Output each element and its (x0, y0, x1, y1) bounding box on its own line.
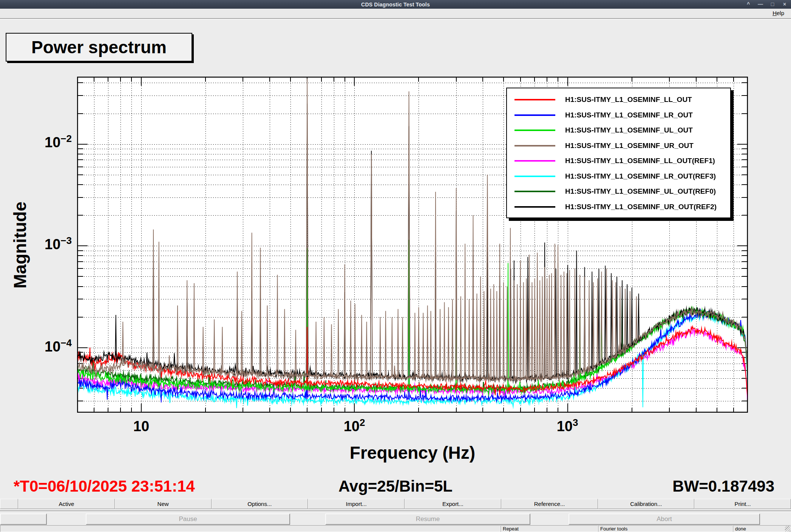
legend-label: H1:SUS-ITMY_L1_OSEMINF_UL_OUT (565, 126, 693, 134)
help-rest: elp (777, 10, 784, 16)
legend-line-ur-out (514, 145, 555, 146)
minimize-icon[interactable]: — (757, 0, 764, 9)
reference-button[interactable]: Reference... (501, 499, 598, 509)
help-accel: H (772, 10, 777, 16)
menu-bar: Help (0, 9, 791, 18)
active-button[interactable]: Active (18, 499, 115, 509)
legend-row: H1:SUS-ITMY_L1_OSEMINF_UR_OUT(REF2) (507, 199, 730, 215)
legend-line-ul-out (514, 130, 555, 131)
divider (0, 510, 791, 512)
legend-row: H1:SUS-ITMY_L1_OSEMINF_LR_OUT(REF3) (507, 169, 730, 184)
x-axis-label: Frequency (Hz) (261, 443, 564, 463)
status-cell-done: done (733, 525, 791, 532)
legend-row: H1:SUS-ITMY_L1_OSEMINF_UL_OUT(REF0) (507, 184, 730, 199)
close-icon[interactable]: × (781, 0, 788, 9)
window-title: CDS Diagnostic Test Tools (361, 2, 430, 8)
legend-line-lr-out (514, 114, 555, 116)
legend-row: H1:SUS-ITMY_L1_OSEMINF_LL_OUT (507, 92, 730, 108)
y-tick-1e-3: 10−3 (29, 235, 72, 253)
spectrum-plot: H1:SUS-ITMY_L1_OSEMINF_LL_OUT H1:SUS-ITM… (77, 77, 748, 413)
y-axis-label: Magnitude (10, 166, 29, 324)
x-tick-100: 102 (328, 417, 381, 435)
control-left-panel (0, 513, 47, 525)
x-tick-1000: 103 (541, 417, 594, 435)
toolbar-stub (0, 499, 18, 509)
export-button[interactable]: Export... (405, 499, 501, 509)
x-tick-10: 10 (115, 417, 168, 435)
status-bar: Repeat Fourier tools done (0, 525, 791, 532)
calibration-button[interactable]: Calibration... (598, 499, 695, 509)
pause-button[interactable]: Pause (86, 513, 290, 525)
plot-title: Power spectrum (31, 37, 167, 57)
title-bar[interactable]: CDS Diagnostic Test Tools ^ — □ × (0, 0, 791, 9)
legend: H1:SUS-ITMY_L1_OSEMINF_LL_OUT H1:SUS-ITM… (506, 88, 731, 218)
divider (0, 18, 791, 20)
shade-icon[interactable]: ^ (745, 0, 752, 9)
plot-title-box: Power spectrum (6, 33, 192, 62)
toolbar: Active New Options... Import... Export..… (0, 499, 791, 509)
cds-diagnostic-window: CDS Diagnostic Test Tools ^ — □ × Help P… (0, 0, 791, 532)
legend-row: H1:SUS-ITMY_L1_OSEMINF_LR_OUT (507, 108, 730, 123)
abort-button[interactable]: Abort (569, 513, 760, 525)
resume-button[interactable]: Resume (325, 513, 530, 525)
legend-label: H1:SUS-ITMY_L1_OSEMINF_LL_OUT (565, 96, 692, 104)
legend-label: H1:SUS-ITMY_L1_OSEMINF_UR_OUT(REF2) (565, 203, 717, 211)
new-button[interactable]: New (115, 499, 212, 509)
legend-label: H1:SUS-ITMY_L1_OSEMINF_LR_OUT(REF3) (565, 172, 716, 180)
y-tick-1e-4: 10−4 (29, 337, 72, 355)
legend-line-lr-ref3 (514, 176, 555, 177)
status-cell-tools: Fourier tools (598, 525, 733, 532)
bandwidth-info: BW=0.187493 (672, 477, 774, 495)
resize-grip[interactable] (785, 526, 791, 532)
legend-line-ll-out (514, 99, 555, 100)
legend-label: H1:SUS-ITMY_L1_OSEMINF_LL_OUT(REF1) (565, 157, 715, 165)
status-cell-repeat: Repeat (501, 525, 598, 532)
legend-row: H1:SUS-ITMY_L1_OSEMINF_UL_OUT (507, 123, 730, 138)
legend-line-ur-ref2 (514, 206, 555, 208)
print-button[interactable]: Print... (694, 499, 791, 509)
status-cell-empty (0, 525, 501, 532)
legend-line-ll-ref1 (514, 160, 555, 162)
import-button[interactable]: Import... (308, 499, 405, 509)
options-button[interactable]: Options... (212, 499, 308, 509)
menu-help[interactable]: Help (772, 10, 784, 16)
legend-label: H1:SUS-ITMY_L1_OSEMINF_LR_OUT (565, 111, 693, 119)
legend-label: H1:SUS-ITMY_L1_OSEMINF_UL_OUT(REF0) (565, 187, 716, 196)
window-controls: ^ — □ × (745, 0, 788, 9)
legend-line-ul-ref0 (514, 191, 555, 192)
legend-row: H1:SUS-ITMY_L1_OSEMINF_UR_OUT (507, 138, 730, 154)
legend-row: H1:SUS-ITMY_L1_OSEMINF_LL_OUT(REF1) (507, 153, 730, 169)
maximize-icon[interactable]: □ (769, 0, 776, 9)
legend-label: H1:SUS-ITMY_L1_OSEMINF_UR_OUT (565, 142, 694, 150)
y-tick-1e-2: 10−2 (29, 133, 72, 151)
